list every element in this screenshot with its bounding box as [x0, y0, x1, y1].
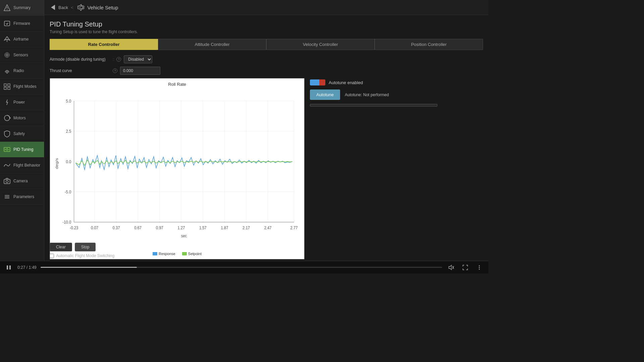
svg-text:-5.0: -5.0	[65, 189, 71, 194]
autotune-progress-bar	[310, 104, 437, 107]
sidebar-item-safety[interactable]: Safety	[0, 126, 44, 142]
airmode-info-icon[interactable]: ?	[116, 57, 121, 62]
sidebar-item-firmware[interactable]: Firmware	[0, 16, 44, 32]
svg-text:1.27: 1.27	[177, 225, 185, 230]
firmware-icon	[3, 20, 11, 27]
tab-rate-controller[interactable]: Rate Controller	[50, 39, 158, 50]
toggle-red	[319, 79, 325, 85]
chart-title: Roll Rate	[53, 82, 301, 87]
autotune-toggle[interactable]	[310, 79, 325, 85]
svg-point-24	[80, 6, 83, 9]
svg-text:deg/s: deg/s	[55, 158, 59, 169]
controller-tabs: Rate Controller Attitude Controller Velo…	[50, 39, 483, 50]
svg-point-7	[7, 73, 8, 74]
sidebar-item-label: Parameters	[13, 194, 34, 199]
play-pause-button[interactable]	[4, 264, 13, 271]
svg-text:2.17: 2.17	[243, 225, 250, 230]
sidebar-item-parameters[interactable]: Parameters	[0, 189, 44, 205]
sidebar-item-label: Camera	[13, 179, 28, 183]
airmode-label: Airmode (disable during tuning)	[50, 57, 110, 62]
svg-text:2.77: 2.77	[290, 225, 298, 230]
fullscreen-icon	[462, 264, 468, 270]
video-bar: 0:27 / 1:49	[0, 261, 488, 274]
svg-text:2.47: 2.47	[264, 225, 272, 230]
page-subtitle: Tuning Setup is used to tune the flight …	[50, 29, 483, 34]
tab-velocity-controller[interactable]: Velocity Controller	[266, 39, 375, 50]
svg-text:0.07: 0.07	[91, 225, 98, 230]
bottom-controls: Clear Stop Automatic Flight Mode Switchi…	[44, 240, 488, 261]
header-app-title: Vehicle Setup	[88, 5, 118, 10]
power-icon	[3, 99, 11, 106]
sidebar-item-label: Sensors	[13, 53, 28, 57]
back-label: Back	[58, 5, 68, 10]
clear-button[interactable]: Clear	[50, 243, 72, 251]
thrust-row: Thrust curve ?	[50, 67, 483, 75]
sidebar-item-label: Power	[13, 100, 25, 105]
svg-rect-3	[4, 21, 10, 26]
airmode-row: Airmode (disable during tuning) : ? Disa…	[50, 55, 483, 63]
more-options-icon	[476, 264, 482, 270]
back-icon	[50, 4, 56, 11]
more-options-button[interactable]	[474, 264, 484, 271]
sidebar-item-radio[interactable]: Radio	[0, 63, 44, 79]
parameters-icon	[3, 193, 11, 200]
mute-button[interactable]	[446, 264, 456, 271]
sidebar-item-motors[interactable]: Motors	[0, 110, 44, 126]
auto-mode-row: Automatic Flight Mode Switching	[50, 253, 483, 258]
header: Back < Vehicle Setup	[44, 0, 488, 15]
sidebar-item-pid-tuning[interactable]: PID Tuning	[0, 142, 44, 158]
motors-icon	[3, 114, 11, 122]
action-buttons: Clear Stop	[50, 243, 483, 251]
svg-text:0.0: 0.0	[66, 159, 71, 164]
video-progress-bar[interactable]	[41, 267, 442, 268]
auto-mode-checkbox[interactable]	[50, 254, 54, 258]
svg-point-6	[5, 53, 9, 57]
sidebar-item-summary[interactable]: Summary	[0, 0, 44, 16]
sidebar-item-label: Summary	[13, 5, 31, 10]
thrust-label: Thrust curve	[50, 68, 110, 73]
airframe-icon	[3, 36, 11, 43]
sidebar-item-power[interactable]: Power	[0, 95, 44, 110]
svg-point-2	[7, 9, 7, 10]
main-content: PID Tuning Setup Tuning Setup is used to…	[44, 15, 488, 261]
pause-icon	[6, 265, 11, 270]
autotune-status: Autotune: Not performed	[345, 93, 389, 97]
svg-text:1.87: 1.87	[221, 225, 228, 230]
thrust-info-icon[interactable]: ?	[113, 68, 117, 73]
svg-text:5.0: 5.0	[66, 99, 71, 104]
sidebar-item-flight-behavior[interactable]: Flight Behavior	[0, 158, 44, 173]
svg-point-65	[479, 265, 480, 266]
sidebar-item-label: Airframe	[13, 37, 29, 42]
airmode-select[interactable]: Disabled Enabled	[124, 55, 152, 63]
svg-marker-23	[51, 5, 55, 10]
flight-modes-icon	[3, 83, 11, 90]
video-time: 0:27 / 1:49	[17, 265, 37, 270]
chart-svg: 5.0 2.5 0.0 -5.0 -10.0 -0.23 0.07 0.37 0…	[53, 89, 301, 250]
svg-text:0.37: 0.37	[113, 225, 120, 230]
fullscreen-button[interactable]	[460, 264, 470, 271]
sidebar-item-label: Safety	[13, 131, 25, 136]
svg-text:-0.23: -0.23	[70, 225, 78, 230]
svg-rect-10	[4, 87, 6, 89]
auto-mode-label: Automatic Flight Mode Switching	[56, 253, 114, 258]
svg-rect-11	[8, 87, 10, 89]
autotune-button[interactable]: Autotune	[310, 89, 340, 100]
back-button[interactable]: Back <	[50, 4, 74, 11]
svg-text:2.5: 2.5	[66, 129, 71, 134]
stop-button[interactable]: Stop	[75, 243, 96, 251]
sidebar-item-airframe[interactable]: Airframe	[0, 32, 44, 47]
sidebar-item-sensors[interactable]: Sensors	[0, 47, 44, 63]
sidebar: Summary Firmware Airframe Sensors Radio …	[0, 0, 44, 274]
thrust-input[interactable]	[120, 67, 160, 75]
svg-rect-61	[9, 265, 11, 269]
sidebar-item-flight-modes[interactable]: Flight Modes	[0, 79, 44, 95]
sidebar-item-camera[interactable]: Camera	[0, 173, 44, 189]
autotune-enabled-label: Autotune enabled	[329, 80, 363, 85]
sidebar-item-label: Radio	[13, 68, 24, 73]
svg-text:0.97: 0.97	[156, 225, 163, 230]
autotune-controls: Autotune Autotune: Not performed	[310, 89, 483, 107]
tab-attitude-controller[interactable]: Attitude Controller	[158, 39, 266, 50]
sidebar-item-label: PID Tuning	[13, 147, 33, 152]
volume-mute-icon	[448, 264, 454, 270]
tab-position-controller[interactable]: Position Controller	[375, 39, 483, 50]
